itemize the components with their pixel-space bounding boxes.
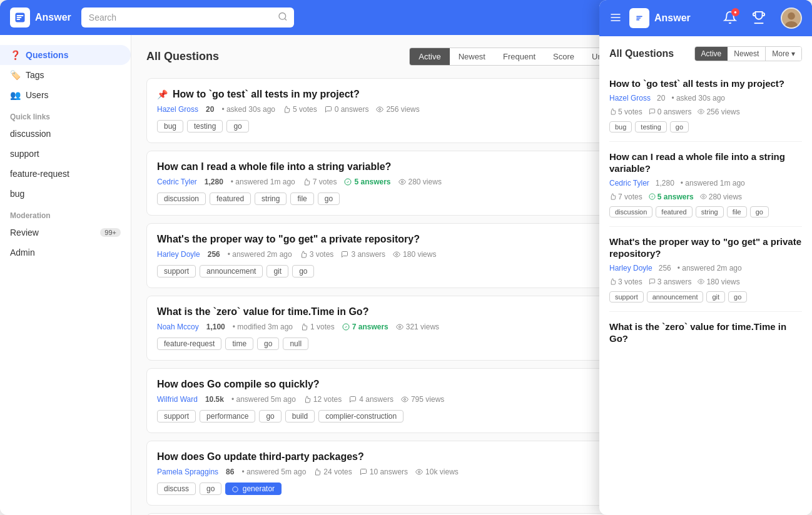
overlay-answers: 0 answers — [649, 108, 692, 116]
tag[interactable]: string — [255, 192, 287, 205]
search-bar[interactable] — [81, 8, 294, 28]
overlay-tag[interactable]: go — [728, 291, 747, 302]
overlay-answers: 5 answers — [649, 192, 694, 201]
overlay-tag[interactable]: git — [706, 291, 725, 302]
question-title[interactable]: What's the proper way to "go get" a priv… — [157, 234, 636, 245]
tag[interactable]: file — [290, 192, 313, 205]
tag[interactable]: go — [318, 192, 340, 205]
sidebar-item-bug[interactable]: bug — [0, 184, 131, 204]
questions-header: All Questions Active Newest Frequent Sco… — [146, 48, 647, 66]
overlay-tag[interactable]: testing — [635, 121, 666, 132]
overlay-menu-icon[interactable] — [609, 11, 622, 26]
tag[interactable]: go — [257, 338, 279, 350]
sidebar-item-tags[interactable]: 🏷️ Tags — [0, 65, 131, 85]
overlay-views: 280 views — [700, 192, 742, 201]
tag[interactable]: bug — [157, 120, 183, 132]
question-title[interactable]: How can I read a whole file into a strin… — [157, 161, 636, 172]
page-title: All Questions — [146, 50, 219, 63]
author-score: 1,100 — [206, 322, 225, 331]
tag[interactable]: complier-construction — [318, 410, 403, 422]
tag[interactable]: support — [157, 410, 196, 422]
sidebar-item-admin[interactable]: Admin — [0, 242, 131, 262]
overlay-author[interactable]: Cedric Tyler — [609, 179, 649, 188]
sidebar-item-support[interactable]: support — [0, 144, 131, 164]
search-input[interactable] — [81, 8, 294, 28]
tag[interactable]: go — [226, 120, 248, 132]
tag[interactable]: testing — [187, 120, 223, 132]
overlay-avatar[interactable] — [781, 8, 802, 29]
tag[interactable]: support — [157, 265, 196, 278]
overlay-question-item: What's the proper way to "go get" a priv… — [609, 227, 802, 312]
svg-point-24 — [701, 111, 703, 112]
overlay-score: 256 — [659, 264, 671, 272]
tag[interactable]: announcement — [200, 265, 263, 278]
tag[interactable]: null — [283, 338, 308, 350]
overlay-question-title[interactable]: How can I read a whole file into a strin… — [609, 151, 802, 175]
question-title[interactable]: 📌 How to `go test` all tests in my proje… — [157, 89, 636, 100]
overlay-time: • answered 2m ago — [678, 264, 742, 272]
tag[interactable]: feature-request — [157, 338, 221, 350]
overlay-question-title[interactable]: What's the proper way to "go get" a priv… — [609, 236, 802, 260]
filter-tab-score[interactable]: Score — [544, 48, 583, 65]
overlay-tag[interactable]: file — [727, 206, 747, 218]
sidebar-item-discussion[interactable]: discussion — [0, 124, 131, 144]
tag[interactable]: performance — [200, 410, 255, 422]
overlay-tag[interactable]: announcement — [647, 291, 704, 302]
tag-generator[interactable]: generator — [225, 482, 282, 495]
overlay-author[interactable]: Harley Doyle — [609, 264, 652, 272]
question-author[interactable]: Cedric Tyler — [157, 178, 197, 186]
overlay-trophy-icon[interactable] — [752, 11, 766, 26]
sidebar-item-users[interactable]: 👥 Users — [0, 85, 131, 105]
question-item: What's the proper way to "go get" a priv… — [146, 223, 647, 288]
sidebar-item-review[interactable]: Review 99+ — [0, 222, 131, 242]
overlay-tag[interactable]: featured — [656, 206, 692, 218]
tag[interactable]: featured — [210, 192, 251, 205]
overlay-filter-active[interactable]: Active — [695, 47, 728, 61]
overlay-notif-icon[interactable]: ● — [723, 11, 737, 26]
answers-stat: 4 answers — [349, 395, 393, 404]
logo-text: Answer — [35, 12, 71, 23]
mobile-overlay: Answer ● — [599, 0, 812, 515]
views-stat: 180 views — [393, 250, 436, 259]
overlay-section-title: All Questions Active Newest More ▾ — [609, 46, 802, 61]
overlay-tag[interactable]: bug — [609, 121, 632, 132]
question-title[interactable]: How does Go compile so quickly? — [157, 379, 636, 390]
tag[interactable]: go — [200, 482, 221, 495]
overlay-question-item: What is the `zero` value for time.Time i… — [609, 312, 802, 358]
filter-tab-frequent[interactable]: Frequent — [494, 48, 544, 65]
tag[interactable]: time — [225, 338, 253, 350]
question-title[interactable]: What is the `zero` value for time.Time i… — [157, 306, 636, 318]
author-score: 20 — [206, 105, 214, 114]
overlay-filter-newest[interactable]: Newest — [728, 47, 765, 61]
question-title[interactable]: How does Go update third-party packages? — [157, 451, 636, 462]
filter-tab-active[interactable]: Active — [410, 48, 449, 65]
overlay-tag[interactable]: support — [609, 291, 644, 302]
overlay-filter-more[interactable]: More ▾ — [765, 47, 801, 61]
overlay-question-title[interactable]: What is the `zero` value for time.Time i… — [609, 321, 802, 345]
app-logo[interactable]: Answer — [10, 8, 71, 28]
overlay-tag[interactable]: go — [750, 206, 769, 218]
question-author[interactable]: Pamela Spraggins — [157, 468, 218, 476]
tag[interactable]: discuss — [157, 482, 196, 495]
overlay-question-meta: Hazel Gross 20 • asked 30s ago — [609, 94, 802, 102]
overlay-tag[interactable]: string — [696, 206, 724, 218]
tag[interactable]: go — [292, 265, 314, 278]
overlay-tag[interactable]: discussion — [609, 206, 652, 218]
views-stat: 321 views — [396, 322, 439, 331]
tag[interactable]: discussion — [157, 192, 206, 205]
question-author[interactable]: Wilfrid Ward — [157, 395, 198, 404]
overlay-logo[interactable]: Answer — [629, 8, 691, 28]
sidebar-item-questions[interactable]: ❓ Questions — [0, 45, 131, 65]
search-icon[interactable] — [278, 12, 288, 24]
tag[interactable]: build — [285, 410, 315, 422]
tag[interactable]: go — [259, 410, 281, 422]
sidebar-item-feature-request[interactable]: feature-request — [0, 164, 131, 184]
overlay-question-title[interactable]: How to `go test` all tests in my project… — [609, 78, 802, 90]
overlay-author[interactable]: Hazel Gross — [609, 94, 651, 102]
question-author[interactable]: Harley Doyle — [157, 250, 200, 259]
question-author[interactable]: Noah Mccoy — [157, 322, 199, 331]
question-author[interactable]: Hazel Gross — [157, 105, 198, 114]
tag[interactable]: git — [266, 265, 288, 278]
overlay-tag[interactable]: go — [670, 121, 689, 132]
filter-tab-newest[interactable]: Newest — [450, 48, 494, 65]
